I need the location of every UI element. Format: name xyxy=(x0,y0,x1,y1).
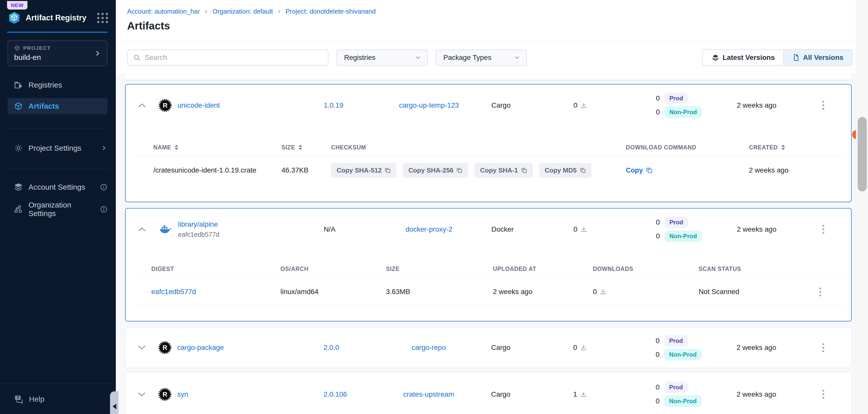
more-options-icon[interactable] xyxy=(820,341,827,355)
more-options-icon[interactable] xyxy=(820,222,827,236)
expand-row-button[interactable] xyxy=(125,392,158,397)
prod-count: 0 xyxy=(654,94,660,102)
artifact-name-link[interactable]: unicode-ident xyxy=(178,101,220,109)
app-window: NEW Artifact Registry xyxy=(0,0,868,414)
sort-icon[interactable] xyxy=(299,145,302,150)
app-title: Artifact Registry xyxy=(26,13,93,23)
download-icon xyxy=(581,102,587,109)
more-options-icon[interactable] xyxy=(817,285,824,299)
artifact-name-link[interactable]: library/alpine xyxy=(178,220,218,228)
brand-row: Artifact Registry xyxy=(7,11,108,25)
prod-count: 0 xyxy=(654,218,660,227)
project-label: PROJECT xyxy=(23,45,51,51)
copy-icon xyxy=(456,167,462,173)
copy-sha1-button[interactable]: Copy SHA-1 xyxy=(474,163,532,178)
all-versions-button[interactable]: All Versions xyxy=(783,49,852,66)
breadcrumb-project-link[interactable]: Project: donotdelete-shivanand xyxy=(285,7,376,15)
sidebar: NEW Artifact Registry xyxy=(0,0,116,414)
sidebar-collapse-handle[interactable] xyxy=(110,391,119,414)
chevron-right-icon xyxy=(204,9,209,14)
artifact-registry-link[interactable]: cargo-repo xyxy=(412,344,445,351)
column-header-scan-status: SCAN STATUS xyxy=(699,266,741,272)
artifact-row: R syn 2.0.106 crates-upstream Cargo 1 xyxy=(125,374,851,414)
package-types-filter-label: Package Types xyxy=(443,54,491,62)
file-name: /cratesunicode-ident-1.0.19.crate xyxy=(153,166,281,174)
column-header-digest: DIGEST xyxy=(151,266,174,272)
artifact-registry-link[interactable]: docker-proxy-2 xyxy=(406,226,453,233)
collapse-row-button[interactable] xyxy=(126,227,158,232)
package-types-filter-dropdown[interactable]: Package Types xyxy=(436,49,527,66)
search-input[interactable] xyxy=(145,54,323,62)
version-view-toggle: Latest Versions All Versions xyxy=(702,49,852,66)
digest-row: eafc1edb577d linux/amd64 3.63MB 2 weeks … xyxy=(126,278,851,306)
breadcrumb-account-link[interactable]: Account: automation_har xyxy=(127,7,200,15)
package-type: Cargo xyxy=(480,390,563,399)
sidebar-item-label: Account Settings xyxy=(28,183,85,192)
sort-icon[interactable] xyxy=(781,145,785,150)
new-badge: NEW xyxy=(7,1,27,9)
scrollbar-thumb[interactable] xyxy=(858,117,867,192)
artifact-registry-link[interactable]: cargo-up-temp-123 xyxy=(399,101,459,109)
all-versions-label: All Versions xyxy=(803,54,843,62)
breadcrumb: Account: automation_har Organization: de… xyxy=(127,7,868,15)
sidebar-item-artifacts[interactable]: Artifacts xyxy=(7,98,107,114)
svg-text:R: R xyxy=(163,391,167,398)
collapse-row-button[interactable] xyxy=(126,103,158,108)
copy-md5-button[interactable]: Copy MD5 xyxy=(539,163,591,178)
rust-cargo-icon: R xyxy=(158,99,172,112)
updated-time: 2 weeks ago xyxy=(727,390,795,399)
artifact-name-link[interactable]: syn xyxy=(177,390,188,399)
sidebar-item-label: Registries xyxy=(28,81,62,89)
main-content: Account: automation_har Organization: de… xyxy=(116,0,868,414)
filter-toolbar: Registries Package Types Latest Versions xyxy=(116,41,868,74)
gear-icon xyxy=(14,144,23,153)
more-options-icon[interactable] xyxy=(820,387,827,401)
artifact-card-unicode-ident: R unicode-ident 1.0.19 cargo-up-temp-123… xyxy=(125,84,851,202)
chevron-right-icon xyxy=(276,9,282,14)
updated-time: 2 weeks ago xyxy=(727,344,795,352)
more-options-icon[interactable] xyxy=(820,98,827,112)
non-prod-badge: Non-Prod xyxy=(664,230,702,242)
latest-versions-button[interactable]: Latest Versions xyxy=(702,49,783,66)
sidebar-item-registries[interactable]: Registries xyxy=(7,77,107,93)
digest-link[interactable]: eafc1edb577d xyxy=(151,288,196,296)
scrolled-row-remnant xyxy=(125,74,851,80)
org-chart-icon xyxy=(14,205,23,214)
help-button[interactable]: Help xyxy=(7,394,107,404)
artifact-version-link[interactable]: 2.0.106 xyxy=(323,390,347,398)
scrollbar-track[interactable] xyxy=(856,0,868,414)
non-prod-count: 0 xyxy=(654,108,660,116)
breadcrumb-organization-link[interactable]: Organization: default xyxy=(213,7,273,15)
sidebar-item-project-settings[interactable]: Project Settings xyxy=(7,140,107,156)
artifact-version: N/A xyxy=(324,226,336,233)
package-type: Cargo xyxy=(480,101,564,109)
copy-sha512-button[interactable]: Copy SHA-512 xyxy=(331,163,396,178)
artifact-version-link[interactable]: 2.0.0 xyxy=(323,344,339,351)
registries-filter-label: Registries xyxy=(344,54,375,62)
artifact-version-link[interactable]: 1.0.19 xyxy=(324,101,343,109)
column-header-created: CREATED xyxy=(749,144,778,151)
artifact-registry-link[interactable]: crates-upstream xyxy=(403,390,454,398)
artifact-registry-logo-icon xyxy=(7,11,21,25)
uploaded-at: 2 weeks ago xyxy=(493,288,593,296)
registries-filter-dropdown[interactable]: Registries xyxy=(337,49,428,66)
digests-table-header: DIGEST OS/ARCH SIZE UPLOADED AT DOWNLOAD… xyxy=(126,260,851,278)
artifact-name-link[interactable]: cargo-package xyxy=(177,344,224,352)
os-arch: linux/amd64 xyxy=(280,288,386,296)
project-selector[interactable]: PROJECT build-en xyxy=(7,40,107,66)
expand-row-button[interactable] xyxy=(125,345,158,350)
download-icon xyxy=(580,391,587,398)
prod-badge: Prod xyxy=(664,382,688,393)
sidebar-nav: Registries Artifacts xyxy=(0,77,116,217)
info-icon[interactable] xyxy=(100,206,107,213)
download-icon xyxy=(600,288,607,295)
copy-sha256-button[interactable]: Copy SHA-256 xyxy=(403,163,468,178)
digest-size: 3.63MB xyxy=(386,288,493,296)
sidebar-item-organization-settings[interactable]: Organization Settings xyxy=(7,201,107,217)
collapse-arrow-icon xyxy=(113,404,116,409)
sidebar-item-account-settings[interactable]: Account Settings xyxy=(7,179,107,195)
sort-icon[interactable] xyxy=(175,145,178,150)
module-grid-menu-icon[interactable] xyxy=(97,13,108,23)
copy-download-command-button[interactable]: Copy xyxy=(626,167,652,174)
info-icon[interactable] xyxy=(100,183,107,191)
